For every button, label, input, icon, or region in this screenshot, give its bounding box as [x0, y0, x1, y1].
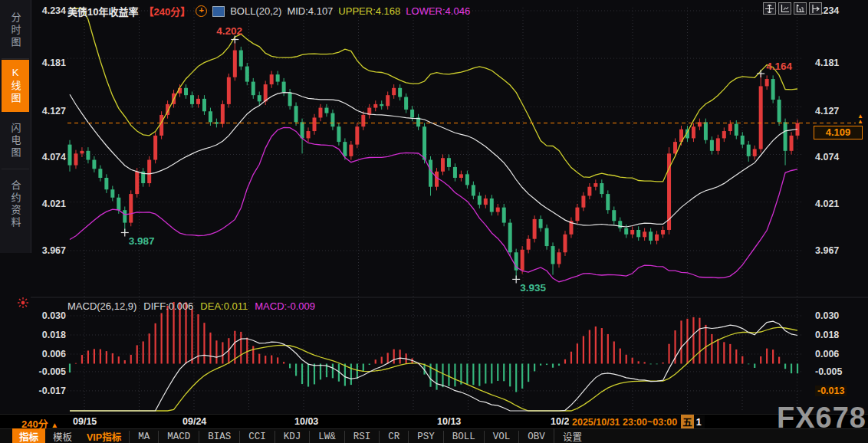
boll-label: BOLL(20,2)	[230, 5, 281, 17]
svg-text:3.935: 3.935	[520, 282, 546, 294]
fx678-watermark: FX678	[777, 402, 866, 435]
indicator-rsi[interactable]: RSI	[344, 431, 380, 443]
indicator-vol[interactable]: VOL	[484, 431, 519, 443]
macd-name: MACD(26,12,9)	[67, 300, 136, 312]
tab-templates[interactable]: 模板	[46, 428, 79, 443]
price-axis-right-3: 4.127	[815, 106, 839, 116]
tab-indicators[interactable]: 指标	[12, 428, 45, 443]
sidebar-tab-kline[interactable]: K线图	[2, 60, 29, 112]
price-axis-left-3: 4.127	[32, 106, 66, 116]
macd-dea-value: DEA:0.011	[200, 300, 248, 312]
period-label: 【240分】	[143, 4, 190, 18]
tab-vip-indicators[interactable]: VIP指标	[80, 428, 128, 443]
macd-axis-left-3: 0.006	[32, 349, 66, 359]
macd-axis-right-2: 0.018	[815, 330, 839, 340]
price-axis-left-6: 3.967	[32, 245, 66, 256]
price-axis-left-5: 4.021	[32, 199, 66, 209]
left-axis-chart-icon[interactable]	[778, 2, 791, 15]
macd-axis-right-3: 0.006	[815, 349, 839, 359]
chart-toolbar-icons	[763, 2, 822, 15]
current-price-box: 4.109	[814, 126, 863, 139]
date-label-5: 10/2	[551, 416, 569, 427]
macd-axis-left-1: 0.030	[32, 310, 66, 321]
boll-upper-value: UPPER:4.168	[338, 5, 400, 17]
svg-text:4.164: 4.164	[766, 61, 792, 72]
macd-axis-right-4: -0.005	[815, 366, 842, 377]
bar-time-tooltip: 2025/10/31 23:00~03:00 五 1	[569, 415, 705, 428]
time-axis-row: 240分 ▲ 09/15 09/24 10/03 10/13 10/2 2025…	[0, 414, 868, 429]
date-label-1: 09/15	[73, 416, 97, 427]
add-indicator-icon[interactable]: +	[196, 5, 207, 17]
boll-lower-value: LOWER:4.046	[406, 5, 470, 17]
macd-legend: MACD(26,12,9) DIFF:0.006 DEA:0.011 MACD:…	[67, 300, 315, 312]
tooltip-suffix: 1	[696, 417, 702, 428]
chart-legend: 美债10年收益率 【240分】 + BOLL(20,2) MID:4.107 U…	[67, 4, 470, 18]
price-axis-right-2: 4.181	[815, 57, 839, 68]
crosshair-icon[interactable]	[763, 2, 776, 15]
macd-hist-value: MACD:-0.009	[255, 300, 315, 312]
indicator-cci[interactable]: CCI	[239, 431, 275, 443]
mini-chart-icon[interactable]	[212, 6, 225, 17]
price-axis-left-2: 4.181	[32, 57, 66, 68]
indicator-lw[interactable]: LW&	[309, 431, 344, 443]
price-axis-right-6: 3.967	[815, 245, 839, 256]
tooltip-datetime: 2025/10/31 23:00~03:00	[572, 417, 677, 428]
date-label-3: 10/03	[294, 416, 318, 427]
symbol-title: 美债10年收益率	[67, 4, 138, 18]
price-axis-left-4: 4.074	[32, 152, 66, 162]
date-label-4: 10/13	[437, 416, 461, 427]
indicator-kdj[interactable]: KDJ	[275, 431, 310, 443]
sidebar-tab-timeline[interactable]: 分时图	[2, 3, 29, 59]
macd-axis-left-4: -0.005	[32, 366, 66, 377]
date-label-2: 09/24	[182, 416, 206, 427]
tooltip-weekday-badge: 五	[681, 415, 694, 429]
svg-text:3.987: 3.987	[129, 235, 155, 247]
indicator-macd[interactable]: MACD	[158, 431, 199, 443]
indicator-toolbar: 指标 模板 VIP指标 MA MACD BIAS CCI KDJ LW& RSI…	[0, 428, 868, 443]
macd-current-value-label: -0.013	[815, 386, 847, 396]
macd-axis-left-2: 0.018	[32, 330, 66, 340]
kline-chart-canvas[interactable]: 3.9874.2023.9354.164	[0, 0, 868, 443]
price-axis-left-1: 4.234	[32, 5, 66, 16]
sidebar-tab-flash[interactable]: 闪电图	[2, 113, 29, 169]
live-flash-icon[interactable]	[17, 297, 29, 312]
svg-text:4.202: 4.202	[216, 25, 242, 37]
indicator-psy[interactable]: PSY	[408, 431, 443, 443]
macd-axis-left-5: -0.017	[32, 386, 66, 396]
indicator-boll[interactable]: BOLL	[443, 431, 484, 443]
chart-app: 3.9874.2023.9354.164 分时图 K线图 闪电图 合约资料 美债…	[0, 0, 868, 443]
sidebar-tab-contract-info[interactable]: 合约资料	[2, 170, 29, 239]
price-axis-right-5: 4.021	[815, 199, 839, 209]
indicator-obv[interactable]: OBV	[518, 431, 554, 443]
settings-button[interactable]: 设置	[554, 428, 590, 443]
price-axis-right-4: 4.074	[815, 152, 839, 162]
indicator-ma[interactable]: MA	[129, 431, 158, 443]
macd-axis-right-1: 0.030	[815, 310, 839, 321]
sidebar: 分时图 K线图 闪电图 合约资料	[0, 0, 31, 253]
price-up-arrows-icon: ▲▲	[857, 113, 863, 124]
indicator-bias[interactable]: BIAS	[199, 431, 239, 443]
right-axis-chart-icon[interactable]	[794, 2, 807, 15]
expand-axis-icon[interactable]	[809, 2, 822, 15]
indicator-cr[interactable]: CR	[379, 431, 408, 443]
boll-mid-value: MID:4.107	[287, 5, 333, 17]
macd-diff-value: DIFF:0.006	[143, 300, 193, 312]
